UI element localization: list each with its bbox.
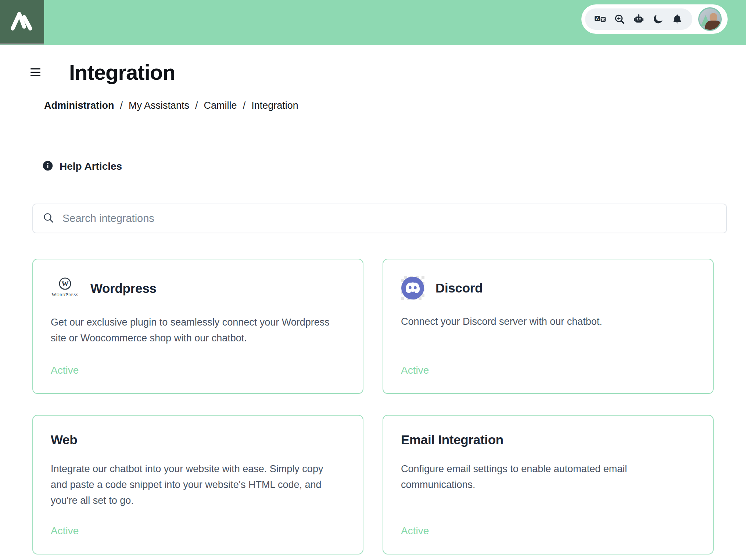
svg-text:A: A	[596, 16, 599, 21]
title-row: Integration	[31, 60, 746, 85]
app-header: A	[0, 0, 746, 45]
toolbar-icon-tray: A	[585, 8, 692, 30]
translate-button[interactable]: A	[594, 13, 606, 25]
help-articles-label: Help Articles	[60, 161, 122, 172]
svg-text:WORDPRESS: WORDPRESS	[52, 292, 79, 297]
card-web-title: Web	[51, 432, 77, 447]
robot-icon	[633, 14, 644, 25]
breadcrumb-my-assistants[interactable]: My Assistants	[129, 100, 189, 111]
card-web-description: Integrate our chatbot into your website …	[51, 461, 337, 509]
mountain-logo-icon	[8, 9, 36, 35]
card-discord-description: Connect your Discord server with our cha…	[401, 314, 688, 330]
card-web-status-badge: Active	[51, 514, 345, 537]
breadcrumb-administration[interactable]: Administration	[44, 100, 114, 111]
breadcrumb-separator: /	[120, 100, 123, 111]
dark-mode-button[interactable]	[652, 13, 664, 25]
card-discord-status-badge: Active	[401, 353, 695, 376]
help-articles-link[interactable]: Help Articles	[42, 160, 746, 173]
card-discord[interactable]: Discord Connect your Discord server with…	[383, 259, 714, 394]
card-wordpress-status-badge: Active	[51, 353, 345, 376]
discord-logo-icon	[401, 276, 424, 300]
card-email-status-badge: Active	[401, 514, 695, 537]
notifications-button[interactable]	[671, 13, 684, 25]
avatar-person-body	[705, 21, 722, 31]
breadcrumb-separator: /	[195, 100, 198, 111]
info-icon	[42, 160, 53, 173]
zoom-in-icon	[614, 14, 625, 25]
notifications-bell-icon	[672, 14, 683, 25]
card-wordpress-header: W WORDPRESS Wordpress	[51, 276, 345, 301]
assistant-button[interactable]	[632, 13, 645, 25]
card-email-description: Configure email settings to enable autom…	[401, 461, 688, 493]
integration-cards-grid: W WORDPRESS Wordpress Get our exclusive …	[32, 259, 714, 554]
main-content: Integration Administration / My Assistan…	[0, 60, 746, 554]
card-email-title: Email Integration	[401, 432, 503, 447]
search-icon	[43, 212, 54, 225]
card-web[interactable]: Web Integrate our chatbot into your webs…	[32, 415, 363, 554]
card-web-header: Web	[51, 432, 345, 447]
breadcrumb: Administration / My Assistants / Camille…	[44, 100, 746, 111]
svg-text:W: W	[62, 280, 69, 288]
card-wordpress-title: Wordpress	[90, 281, 156, 296]
breadcrumb-integration[interactable]: Integration	[251, 100, 298, 111]
card-wordpress-description: Get our exclusive plugin to seamlessly c…	[51, 315, 337, 346]
card-email-header: Email Integration	[401, 432, 695, 447]
card-discord-header: Discord	[401, 276, 695, 300]
wordpress-logo-icon: W WORDPRESS	[51, 276, 79, 301]
search-input[interactable]	[62, 212, 717, 225]
header-toolbar: A	[581, 4, 728, 34]
app-logo[interactable]	[0, 0, 44, 44]
menu-hamburger-button[interactable]	[31, 68, 40, 76]
breadcrumb-separator: /	[243, 100, 246, 111]
integration-page: A	[0, 0, 746, 560]
translate-icon: A	[594, 14, 606, 25]
card-discord-title: Discord	[435, 281, 483, 295]
page-title: Integration	[69, 60, 175, 85]
user-avatar[interactable]	[698, 7, 722, 31]
dark-mode-moon-icon	[653, 14, 664, 25]
card-email-integration[interactable]: Email Integration Configure email settin…	[383, 415, 714, 554]
search-bar	[32, 204, 727, 233]
zoom-button[interactable]	[613, 13, 626, 25]
card-wordpress[interactable]: W WORDPRESS Wordpress Get our exclusive …	[32, 259, 363, 394]
breadcrumb-camille[interactable]: Camille	[204, 100, 237, 111]
